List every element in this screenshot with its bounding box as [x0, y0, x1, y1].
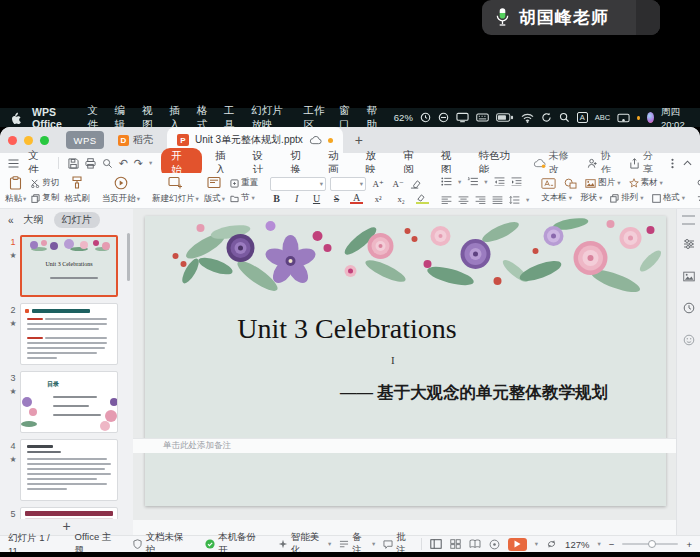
siri-icon[interactable] [647, 112, 654, 123]
document-protection-status[interactable]: 文档未保护 [133, 531, 191, 552]
subscript-button[interactable]: x₂ [393, 194, 409, 204]
decrease-indent-icon[interactable] [494, 177, 505, 186]
align-center-icon[interactable] [458, 196, 469, 204]
tab-outline[interactable]: 大纲 [24, 213, 44, 227]
sync-icon[interactable] [541, 112, 552, 123]
comments-button[interactable]: 批注 [383, 531, 413, 552]
screen-mirroring-icon[interactable] [617, 113, 630, 123]
zoom-slider-handle[interactable] [648, 540, 656, 548]
panel-drag-handle[interactable] [682, 215, 695, 225]
textbox-label[interactable]: 文本框▾ [541, 192, 572, 204]
collapse-sidebar-button[interactable]: « [8, 215, 14, 226]
bullet-list-icon[interactable] [441, 177, 452, 186]
strikethrough-button[interactable]: S [330, 193, 343, 204]
theme-name[interactable]: Office 主题 [75, 531, 120, 552]
tab-docer[interactable]: D 稻壳 [118, 133, 153, 147]
shape-label[interactable]: 形状▾ [580, 192, 602, 204]
picture-button[interactable]: 图片▾ [585, 177, 620, 189]
justify-icon[interactable] [492, 196, 503, 204]
close-window-button[interactable] [8, 136, 17, 145]
play-from-current-button[interactable]: 当页开始▾ [102, 175, 140, 206]
history-clock-icon[interactable] [682, 301, 696, 315]
video-call-overlay[interactable]: 胡国峰老师 [482, 0, 660, 35]
battery-icon[interactable] [496, 113, 514, 122]
hamburger-menu-icon[interactable] [8, 159, 19, 168]
save-icon[interactable] [68, 158, 79, 169]
status-circle-icon[interactable] [420, 112, 431, 123]
paste-button[interactable]: 粘贴▾ [5, 175, 26, 206]
underline-button[interactable]: U [310, 193, 323, 204]
smart-beautify-button[interactable]: 智能美化▾ [278, 531, 332, 552]
slide-thumbnail-2[interactable] [20, 303, 118, 365]
keyboard-icon[interactable] [476, 113, 489, 122]
highlight-color-button[interactable] [416, 194, 429, 204]
slide-sorter-view-icon[interactable] [450, 539, 461, 549]
zoom-slider[interactable] [622, 543, 678, 545]
slide-layout-button[interactable]: 版式▾ [204, 175, 225, 206]
emoji-smiley-icon[interactable] [682, 333, 696, 347]
font-size-select[interactable]: ▾ [330, 177, 366, 191]
numbered-list-icon[interactable] [467, 177, 478, 186]
zoom-window-button[interactable] [40, 136, 49, 145]
normal-view-icon[interactable] [430, 539, 442, 549]
apple-logo-icon[interactable] [10, 111, 21, 124]
line-spacing-icon[interactable] [509, 196, 520, 204]
italic-button[interactable]: I [290, 193, 303, 204]
minimize-window-button[interactable] [24, 136, 33, 145]
reset-slide-button[interactable]: 重置 [230, 177, 258, 189]
image-library-icon[interactable] [682, 269, 696, 283]
tab-slides[interactable]: 幻灯片 [54, 212, 100, 228]
decrease-font-button[interactable]: A⁻ [390, 179, 406, 189]
align-right-icon[interactable] [475, 196, 486, 204]
undo-icon[interactable]: ↶ [119, 157, 128, 170]
properties-sliders-icon[interactable] [682, 237, 696, 251]
menubar-clock[interactable]: 周四 20:02 [661, 106, 690, 130]
spotlight-search-icon[interactable] [559, 112, 570, 123]
quick-actions-caret-icon[interactable]: ▾ [149, 159, 152, 167]
print-icon[interactable] [85, 158, 96, 169]
arrange-button[interactable]: 排列▾ [610, 192, 643, 204]
section-button[interactable]: 节▾ [230, 192, 258, 204]
reading-view-icon[interactable] [469, 539, 481, 549]
play-options-caret-icon[interactable]: ▾ [535, 540, 538, 548]
loop-icon[interactable] [546, 539, 557, 549]
wps-home-button[interactable]: WPS [66, 131, 104, 149]
display-icon[interactable] [456, 112, 469, 123]
bold-button[interactable]: B [270, 193, 283, 204]
clear-format-icon[interactable] [410, 179, 421, 189]
remote-control-icon[interactable] [489, 539, 500, 550]
sidebar-scrollbar[interactable] [127, 233, 130, 281]
collapse-ribbon-icon[interactable] [683, 160, 692, 166]
cut-button[interactable]: 剪切 [31, 177, 59, 189]
font-family-select[interactable]: ▾ [270, 177, 326, 191]
textbox-icon[interactable] [541, 178, 556, 189]
redo-icon[interactable]: ↷ [134, 157, 143, 170]
slide-title[interactable]: Unit 3 Celebrations [145, 313, 549, 345]
input-method-icon[interactable]: A [577, 112, 588, 123]
format-painter-button[interactable]: 格式刷 [64, 175, 90, 206]
increase-indent-icon[interactable] [511, 177, 522, 186]
slide-thumbnail-4[interactable] [20, 439, 118, 501]
print-preview-icon[interactable] [102, 158, 113, 169]
slide-editing-surface[interactable]: Unit 3 Celebrations I —— 基于大观念的单元整体教学规划 [145, 216, 666, 506]
new-tab-button[interactable]: + [355, 132, 363, 148]
align-left-icon[interactable] [441, 196, 452, 204]
superscript-button[interactable]: x² [370, 194, 386, 204]
zoom-caret-icon[interactable]: ▾ [597, 540, 600, 548]
do-not-disturb-icon[interactable] [438, 112, 449, 123]
copy-button[interactable]: 复制 [31, 192, 59, 204]
zoom-in-button[interactable]: + [686, 539, 692, 550]
slide-thumbnail-3[interactable]: 目录 [20, 371, 118, 433]
notes-button[interactable]: 备注▾ [339, 531, 375, 552]
increase-font-button[interactable]: A⁺ [370, 179, 386, 189]
new-slide-button[interactable]: 新建幻灯片▾ [152, 175, 199, 206]
shapes-icon[interactable] [564, 178, 577, 189]
backup-status[interactable]: 本机备份开 [205, 531, 264, 552]
slide-thumbnail-1[interactable]: Unit 3 Celebrations [20, 235, 118, 297]
wifi-icon[interactable] [521, 113, 534, 123]
zoom-out-button[interactable]: − [609, 539, 615, 550]
format-button[interactable]: 格式▾ [652, 192, 685, 204]
zoom-level[interactable]: 127% [565, 539, 589, 550]
slideshow-play-button[interactable] [508, 538, 527, 551]
slide-subtitle[interactable]: —— 基于大观念的单元整体教学规划 [249, 382, 699, 404]
